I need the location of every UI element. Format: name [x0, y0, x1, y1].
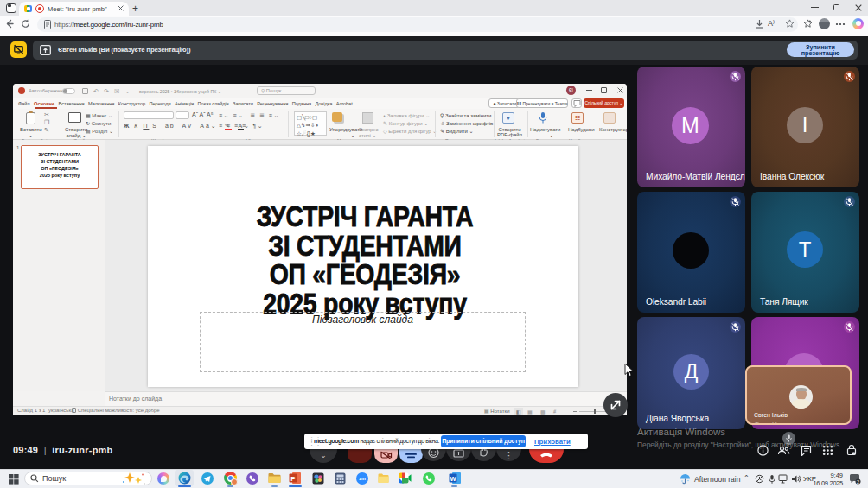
svg-text:P: P — [290, 475, 296, 483]
svg-text:!: ! — [853, 452, 854, 455]
svg-text:W: W — [450, 475, 456, 483]
svg-text:2: 2 — [857, 479, 859, 485]
